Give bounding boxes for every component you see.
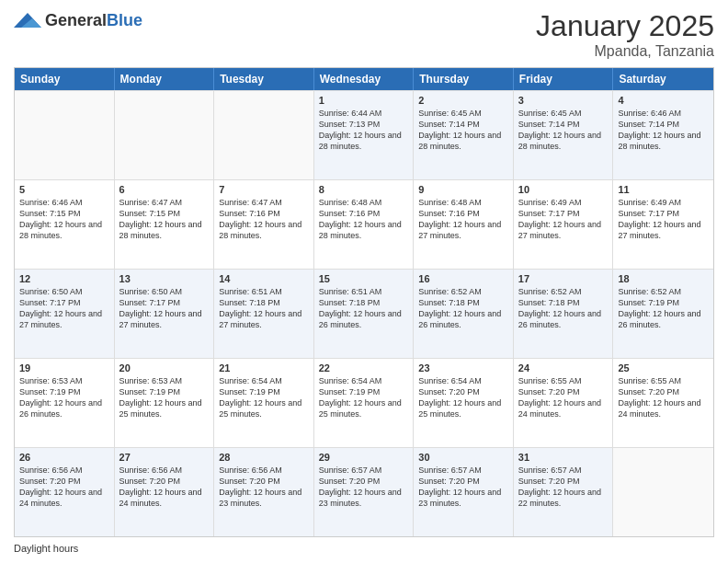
cal-cell-22: 22Sunrise: 6:54 AM Sunset: 7:19 PM Dayli… bbox=[314, 359, 415, 447]
cell-info: Sunrise: 6:49 AM Sunset: 7:17 PM Dayligh… bbox=[518, 197, 609, 242]
cal-header-monday: Monday bbox=[115, 68, 215, 90]
cal-cell-13: 13Sunrise: 6:50 AM Sunset: 7:17 PM Dayli… bbox=[115, 270, 215, 358]
cell-info: Sunrise: 6:46 AM Sunset: 7:15 PM Dayligh… bbox=[19, 197, 109, 242]
day-number: 30 bbox=[418, 452, 508, 463]
cell-info: Sunrise: 6:48 AM Sunset: 7:16 PM Dayligh… bbox=[319, 197, 409, 242]
day-number: 9 bbox=[418, 184, 508, 195]
cell-info: Sunrise: 6:55 AM Sunset: 7:20 PM Dayligh… bbox=[618, 375, 709, 420]
cal-cell-empty-0-2 bbox=[214, 91, 314, 179]
cal-cell-empty-4-6 bbox=[613, 448, 713, 536]
day-number: 27 bbox=[119, 452, 210, 463]
cal-week-3: 12Sunrise: 6:50 AM Sunset: 7:17 PM Dayli… bbox=[15, 269, 713, 358]
cal-header-friday: Friday bbox=[514, 68, 614, 90]
cell-info: Sunrise: 6:49 AM Sunset: 7:17 PM Dayligh… bbox=[618, 197, 709, 242]
cell-info: Sunrise: 6:47 AM Sunset: 7:15 PM Dayligh… bbox=[119, 197, 210, 242]
logo-general: General bbox=[45, 11, 107, 29]
cal-header-wednesday: Wednesday bbox=[314, 68, 415, 90]
day-number: 20 bbox=[119, 362, 210, 373]
footer: Daylight hours bbox=[14, 543, 714, 554]
cal-cell-21: 21Sunrise: 6:54 AM Sunset: 7:19 PM Dayli… bbox=[214, 359, 314, 447]
cal-cell-10: 10Sunrise: 6:49 AM Sunset: 7:17 PM Dayli… bbox=[514, 180, 614, 269]
calendar-header: SundayMondayTuesdayWednesdayThursdayFrid… bbox=[15, 68, 713, 90]
day-number: 22 bbox=[319, 362, 409, 373]
logo-text: GeneralBlue bbox=[45, 11, 142, 30]
cal-cell-27: 27Sunrise: 6:56 AM Sunset: 7:20 PM Dayli… bbox=[115, 448, 215, 536]
cal-cell-18: 18Sunrise: 6:52 AM Sunset: 7:19 PM Dayli… bbox=[613, 270, 713, 358]
logo-icon bbox=[14, 9, 41, 31]
cell-info: Sunrise: 6:57 AM Sunset: 7:20 PM Dayligh… bbox=[518, 465, 609, 510]
cell-info: Sunrise: 6:52 AM Sunset: 7:18 PM Dayligh… bbox=[518, 286, 609, 331]
cal-cell-5: 5Sunrise: 6:46 AM Sunset: 7:15 PM Daylig… bbox=[15, 180, 115, 269]
cell-info: Sunrise: 6:55 AM Sunset: 7:20 PM Dayligh… bbox=[518, 375, 609, 420]
cell-info: Sunrise: 6:44 AM Sunset: 7:13 PM Dayligh… bbox=[319, 108, 409, 153]
cell-info: Sunrise: 6:51 AM Sunset: 7:18 PM Dayligh… bbox=[219, 286, 309, 331]
day-number: 5 bbox=[19, 184, 109, 195]
cell-info: Sunrise: 6:57 AM Sunset: 7:20 PM Dayligh… bbox=[319, 465, 409, 510]
cal-week-2: 5Sunrise: 6:46 AM Sunset: 7:15 PM Daylig… bbox=[15, 179, 713, 269]
cell-info: Sunrise: 6:46 AM Sunset: 7:14 PM Dayligh… bbox=[618, 108, 709, 153]
day-number: 7 bbox=[219, 184, 309, 195]
day-number: 28 bbox=[219, 452, 309, 463]
day-number: 18 bbox=[618, 273, 709, 284]
cell-info: Sunrise: 6:47 AM Sunset: 7:16 PM Dayligh… bbox=[219, 197, 309, 242]
cell-info: Sunrise: 6:50 AM Sunset: 7:17 PM Dayligh… bbox=[19, 286, 109, 331]
cal-cell-16: 16Sunrise: 6:52 AM Sunset: 7:18 PM Dayli… bbox=[414, 270, 514, 358]
cal-header-sunday: Sunday bbox=[15, 68, 115, 90]
calendar: SundayMondayTuesdayWednesdayThursdayFrid… bbox=[14, 67, 714, 537]
day-number: 15 bbox=[319, 273, 409, 284]
page: GeneralBlue January 2025 Mpanda, Tanzani… bbox=[0, 0, 728, 563]
cal-cell-20: 20Sunrise: 6:53 AM Sunset: 7:19 PM Dayli… bbox=[115, 359, 215, 447]
cal-cell-11: 11Sunrise: 6:49 AM Sunset: 7:17 PM Dayli… bbox=[613, 180, 713, 269]
cell-info: Sunrise: 6:54 AM Sunset: 7:20 PM Dayligh… bbox=[418, 375, 508, 420]
cal-cell-28: 28Sunrise: 6:56 AM Sunset: 7:20 PM Dayli… bbox=[214, 448, 314, 536]
cal-cell-6: 6Sunrise: 6:47 AM Sunset: 7:15 PM Daylig… bbox=[115, 180, 215, 269]
location-title: Mpanda, Tanzania bbox=[536, 43, 714, 60]
cal-cell-8: 8Sunrise: 6:48 AM Sunset: 7:16 PM Daylig… bbox=[314, 180, 415, 269]
cell-info: Sunrise: 6:52 AM Sunset: 7:18 PM Dayligh… bbox=[418, 286, 508, 331]
day-number: 29 bbox=[319, 452, 409, 463]
day-number: 3 bbox=[518, 95, 609, 106]
day-number: 19 bbox=[19, 362, 109, 373]
cell-info: Sunrise: 6:56 AM Sunset: 7:20 PM Dayligh… bbox=[219, 465, 309, 510]
day-number: 13 bbox=[119, 273, 210, 284]
calendar-body: 1Sunrise: 6:44 AM Sunset: 7:13 PM Daylig… bbox=[15, 90, 713, 536]
cell-info: Sunrise: 6:48 AM Sunset: 7:16 PM Dayligh… bbox=[418, 197, 508, 242]
day-number: 1 bbox=[319, 95, 409, 106]
day-number: 4 bbox=[618, 95, 709, 106]
day-number: 24 bbox=[518, 362, 609, 373]
month-title: January 2025 bbox=[536, 9, 714, 43]
cell-info: Sunrise: 6:54 AM Sunset: 7:19 PM Dayligh… bbox=[319, 375, 409, 420]
cell-info: Sunrise: 6:53 AM Sunset: 7:19 PM Dayligh… bbox=[19, 375, 109, 420]
cell-info: Sunrise: 6:52 AM Sunset: 7:19 PM Dayligh… bbox=[618, 286, 709, 331]
logo-blue: Blue bbox=[107, 11, 142, 29]
cal-cell-3: 3Sunrise: 6:45 AM Sunset: 7:14 PM Daylig… bbox=[514, 91, 614, 179]
day-number: 11 bbox=[618, 184, 709, 195]
cal-cell-30: 30Sunrise: 6:57 AM Sunset: 7:20 PM Dayli… bbox=[414, 448, 514, 536]
cell-info: Sunrise: 6:56 AM Sunset: 7:20 PM Dayligh… bbox=[119, 465, 210, 510]
cell-info: Sunrise: 6:57 AM Sunset: 7:20 PM Dayligh… bbox=[418, 465, 508, 510]
cell-info: Sunrise: 6:54 AM Sunset: 7:19 PM Dayligh… bbox=[219, 375, 309, 420]
cell-info: Sunrise: 6:45 AM Sunset: 7:14 PM Dayligh… bbox=[518, 108, 609, 153]
cal-cell-24: 24Sunrise: 6:55 AM Sunset: 7:20 PM Dayli… bbox=[514, 359, 614, 447]
cell-info: Sunrise: 6:51 AM Sunset: 7:18 PM Dayligh… bbox=[319, 286, 409, 331]
cal-cell-23: 23Sunrise: 6:54 AM Sunset: 7:20 PM Dayli… bbox=[414, 359, 514, 447]
cal-cell-19: 19Sunrise: 6:53 AM Sunset: 7:19 PM Dayli… bbox=[15, 359, 115, 447]
day-number: 17 bbox=[518, 273, 609, 284]
cal-cell-29: 29Sunrise: 6:57 AM Sunset: 7:20 PM Dayli… bbox=[314, 448, 415, 536]
cal-header-saturday: Saturday bbox=[613, 68, 713, 90]
day-number: 14 bbox=[219, 273, 309, 284]
cal-cell-9: 9Sunrise: 6:48 AM Sunset: 7:16 PM Daylig… bbox=[414, 180, 514, 269]
day-number: 23 bbox=[418, 362, 508, 373]
cell-info: Sunrise: 6:50 AM Sunset: 7:17 PM Dayligh… bbox=[119, 286, 210, 331]
cal-cell-empty-0-1 bbox=[115, 91, 215, 179]
cal-header-thursday: Thursday bbox=[414, 68, 514, 90]
cal-cell-4: 4Sunrise: 6:46 AM Sunset: 7:14 PM Daylig… bbox=[613, 91, 713, 179]
day-number: 31 bbox=[518, 452, 609, 463]
day-number: 6 bbox=[119, 184, 210, 195]
cal-cell-7: 7Sunrise: 6:47 AM Sunset: 7:16 PM Daylig… bbox=[214, 180, 314, 269]
day-number: 21 bbox=[219, 362, 309, 373]
cal-cell-17: 17Sunrise: 6:52 AM Sunset: 7:18 PM Dayli… bbox=[514, 270, 614, 358]
day-number: 16 bbox=[418, 273, 508, 284]
title-block: January 2025 Mpanda, Tanzania bbox=[536, 9, 714, 60]
logo: GeneralBlue bbox=[14, 9, 142, 31]
